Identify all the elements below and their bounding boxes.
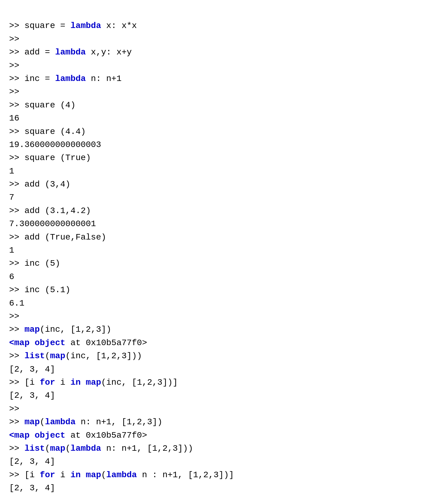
plain-token: >> [i	[9, 378, 40, 387]
plain-token: >> inc (5)	[9, 259, 60, 268]
code-line: >> square (True)	[9, 151, 438, 164]
code-line: 16	[9, 112, 438, 125]
plain-token: 19.360000000000003	[9, 140, 101, 149]
plain-token: 7	[9, 193, 14, 202]
code-line: 1	[9, 165, 438, 178]
builtin-token: map	[50, 351, 65, 361]
plain-token: >>	[9, 61, 19, 70]
code-line: >> map(inc, [1,2,3])	[9, 323, 438, 336]
keyword-token: lambda	[55, 74, 86, 83]
code-line: >>	[9, 59, 438, 72]
plain-token: [2, 3, 4]	[9, 457, 55, 466]
plain-token: at 0x10b5a77f0>	[65, 338, 147, 348]
plain-token: 6.1	[9, 299, 24, 308]
plain-token: >> add (3,4)	[9, 180, 71, 189]
code-line: >> inc = lambda n: n+1	[9, 72, 438, 85]
code-line: >> square = lambda x: x*x	[9, 19, 438, 32]
plain-token: [2, 3, 4]	[9, 483, 55, 493]
plain-token: >> add (True,False)	[9, 233, 106, 242]
plain-token: >> add (3.1,4.2)	[9, 206, 91, 215]
builtin-token: map	[50, 444, 65, 453]
plain-token: (inc, [1,2,3]))	[65, 351, 142, 361]
plain-token: >> add =	[9, 47, 55, 57]
keyword-token: for	[40, 378, 55, 387]
keyword-token: lambda	[71, 444, 101, 453]
map-keyword-token: object	[35, 338, 65, 348]
code-line: >> [i for i in map(lambda n : n+1, [1,2,…	[9, 468, 438, 481]
builtin-token: list	[24, 351, 45, 361]
plain-token: (inc, [1,2,3])	[40, 325, 111, 334]
keyword-token: lambda	[45, 417, 76, 427]
code-line: >> inc (5)	[9, 257, 438, 270]
plain-token: at 0x10b5a77f0>	[65, 431, 147, 440]
code-line: >> add (3.1,4.2)	[9, 204, 438, 217]
plain-token: >>	[9, 34, 19, 44]
code-line: [2, 3, 4]	[9, 455, 438, 468]
keyword-token: lambda	[106, 470, 137, 480]
plain-token: 16	[9, 114, 19, 123]
builtin-token: list	[24, 444, 45, 453]
keyword-token: lambda	[71, 21, 101, 30]
plain-token: >> [i	[9, 470, 40, 480]
plain-token: >> inc =	[9, 74, 55, 83]
code-line: >>	[9, 402, 438, 415]
plain-token: 7.300000000000001	[9, 219, 96, 229]
plain-token: n : n+1, [1,2,3])]	[137, 470, 234, 480]
code-line: 6.1	[9, 297, 438, 310]
plain-token: (	[45, 444, 50, 453]
plain-token: [2, 3, 4]	[9, 365, 55, 374]
plain-token: >>	[9, 444, 24, 453]
builtin-token: map	[24, 325, 40, 334]
code-line: >> square (4)	[9, 99, 438, 112]
plain-token: >> square (4.4)	[9, 127, 86, 136]
code-line: >> map(lambda n: n+1, [1,2,3])	[9, 415, 438, 429]
builtin-token: map	[86, 378, 101, 387]
keyword-token: lambda	[55, 47, 86, 57]
code-line: [2, 3, 4]	[9, 389, 438, 402]
plain-token	[29, 431, 35, 440]
plain-token: >>	[9, 404, 19, 414]
plain-token: n: n+1, [1,2,3])	[75, 417, 162, 427]
plain-token: (inc, [1,2,3])]	[101, 378, 178, 387]
plain-token: >>	[9, 325, 24, 334]
code-line: 19.360000000000003	[9, 138, 438, 151]
builtin-token: map	[24, 417, 40, 427]
plain-token: >> square (4)	[9, 100, 75, 110]
plain-token: 1	[9, 166, 14, 176]
plain-token: n: n+1, [1,2,3]))	[101, 444, 193, 453]
plain-token: (	[45, 351, 50, 361]
code-line: >>	[9, 33, 438, 46]
plain-token: >> square =	[9, 21, 71, 30]
code-line: >> [i for i in map(inc, [1,2,3])]	[9, 376, 438, 389]
code-line: >> add = lambda x,y: x+y	[9, 46, 438, 59]
plain-token: i	[55, 470, 70, 480]
plain-token: i	[55, 378, 70, 387]
map-keyword-token: <map	[9, 338, 29, 348]
code-line: 7.300000000000001	[9, 217, 438, 230]
keyword-token: for	[40, 470, 55, 480]
plain-token: (	[101, 470, 106, 480]
code-line: [2, 3, 4]	[9, 363, 438, 376]
map-keyword-token: object	[35, 431, 65, 440]
plain-token: (	[40, 417, 45, 427]
repl-output: >> square = lambda x: x*x>>>> add = lamb…	[9, 6, 438, 504]
builtin-token: map	[86, 470, 101, 480]
plain-token: >> square (True)	[9, 153, 91, 163]
code-line: >> list(map(lambda n: n+1, [1,2,3]))	[9, 442, 438, 455]
plain-token: n: n+1	[86, 74, 122, 83]
plain-token: (	[65, 444, 71, 453]
plain-token	[29, 338, 35, 348]
code-line: >>	[9, 310, 438, 323]
keyword-token: in	[71, 378, 81, 387]
plain-token	[81, 470, 86, 480]
plain-token: x: x*x	[101, 21, 137, 30]
code-line: <map object at 0x10b5a77f0>	[9, 429, 438, 442]
plain-token: 1	[9, 246, 14, 255]
code-line: 7	[9, 191, 438, 204]
plain-token: >>	[9, 351, 24, 361]
code-line: [2, 3, 4]	[9, 481, 438, 495]
code-line: 1	[9, 244, 438, 257]
plain-token: >>	[9, 87, 19, 96]
plain-token: >>	[9, 417, 24, 427]
code-line: >> add (True,False)	[9, 231, 438, 244]
